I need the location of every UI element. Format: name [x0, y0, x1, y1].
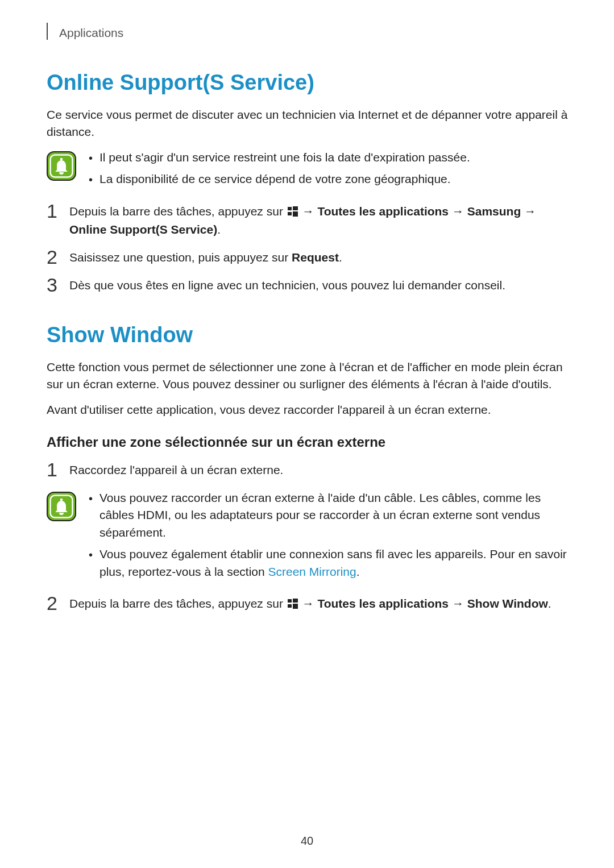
- note-text: Vous pouvez également établir une connex…: [99, 546, 569, 580]
- note-block-2: • Vous pouvez raccorder un écran externe…: [47, 489, 569, 585]
- page-number: 40: [0, 834, 614, 848]
- arrow: →: [449, 205, 467, 218]
- note-list-2: • Vous pouvez raccorder un écran externe…: [89, 489, 569, 585]
- step-body: Raccordez l'appareil à un écran externe.: [69, 462, 569, 479]
- section-label: Applications: [59, 26, 123, 40]
- note-item: • Il peut s'agir d'un service restreint …: [89, 149, 569, 166]
- bullet-icon: •: [89, 150, 93, 166]
- bullet-icon: •: [89, 172, 93, 188]
- svg-rect-4: [293, 206, 298, 210]
- note-item: • Vous pouvez raccorder un écran externe…: [89, 489, 569, 541]
- arrow: →: [521, 205, 536, 218]
- heading-online-support: Online Support(S Service): [47, 70, 569, 95]
- svg-point-2: [60, 158, 63, 161]
- note-text: La disponibilité de ce service dépend de…: [99, 171, 569, 188]
- svg-rect-6: [293, 211, 298, 217]
- step-number: 2: [47, 247, 59, 267]
- step-body: Dès que vous êtes en ligne avec un techn…: [69, 277, 569, 294]
- text: Saisissez une question, puis appuyez sur: [69, 251, 292, 264]
- text: Depuis la barre des tâches, appuyez sur: [69, 597, 287, 610]
- menu-path: Samsung: [467, 205, 521, 218]
- bell-icon: [47, 151, 76, 181]
- menu-path: Toutes les applications: [317, 205, 449, 218]
- bullet-icon: •: [89, 547, 93, 563]
- intro-online-support: Ce service vous permet de discuter avec …: [47, 106, 569, 141]
- svg-rect-3: [288, 207, 292, 210]
- period: .: [548, 597, 551, 610]
- note-block-1: • Il peut s'agir d'un service restreint …: [47, 149, 569, 193]
- text: Depuis la barre des tâches, appuyez sur: [69, 205, 287, 218]
- note-item: • La disponibilité de ce service dépend …: [89, 171, 569, 188]
- arrow: →: [299, 597, 318, 610]
- step-number: 2: [47, 593, 59, 613]
- step-body: Saisissez une question, puis appuyez sur…: [69, 249, 569, 266]
- step-body: Depuis la barre des tâches, appuyez sur …: [69, 203, 569, 239]
- page-header: Applications: [47, 23, 569, 40]
- note-text: Vous pouvez raccorder un écran externe à…: [99, 489, 569, 541]
- sw-step-2: 2 Depuis la barre des tâches, appuyez su…: [47, 595, 569, 613]
- svg-rect-12: [288, 604, 292, 608]
- link-screen-mirroring[interactable]: Screen Mirroring: [268, 565, 356, 578]
- arrow: →: [449, 597, 467, 610]
- sub-heading: Afficher une zone sélectionnée sur un éc…: [47, 434, 569, 450]
- note-list-1: • Il peut s'agir d'un service restreint …: [89, 149, 569, 193]
- step-number: 1: [47, 201, 59, 221]
- start-menu-icon: [288, 596, 298, 613]
- period: .: [339, 251, 342, 264]
- bold-label: Request: [292, 251, 339, 264]
- bell-icon: [47, 492, 76, 521]
- step-number: 1: [47, 460, 59, 479]
- arrow: →: [299, 205, 318, 218]
- step-1: 1 Depuis la barre des tâches, appuyez su…: [47, 203, 569, 239]
- svg-rect-5: [288, 212, 292, 215]
- step-3: 3 Dès que vous êtes en ligne avec un tec…: [47, 277, 569, 294]
- heading-show-window: Show Window: [47, 323, 569, 347]
- svg-rect-13: [293, 604, 298, 609]
- period: .: [356, 565, 360, 578]
- menu-path: Toutes les applications: [317, 597, 449, 610]
- period: .: [217, 223, 221, 236]
- note-text: Il peut s'agir d'un service restreint un…: [99, 149, 569, 166]
- intro-show-window-1: Cette fonction vous permet de sélectionn…: [47, 359, 569, 393]
- bullet-icon: •: [89, 491, 93, 506]
- svg-rect-10: [288, 599, 292, 603]
- step-2: 2 Saisissez une question, puis appuyez s…: [47, 249, 569, 267]
- sw-step-1: 1 Raccordez l'appareil à un écran extern…: [47, 462, 569, 479]
- menu-path: Online Support(S Service): [69, 223, 217, 236]
- intro-show-window-2: Avant d'utiliser cette application, vous…: [47, 401, 569, 418]
- menu-path: Show Window: [467, 597, 548, 610]
- step-body: Depuis la barre des tâches, appuyez sur …: [69, 595, 569, 613]
- svg-point-9: [60, 499, 63, 501]
- start-menu-icon: [288, 204, 298, 221]
- step-number: 3: [47, 275, 59, 294]
- svg-rect-11: [293, 599, 298, 603]
- note-item: • Vous pouvez également établir une conn…: [89, 546, 569, 580]
